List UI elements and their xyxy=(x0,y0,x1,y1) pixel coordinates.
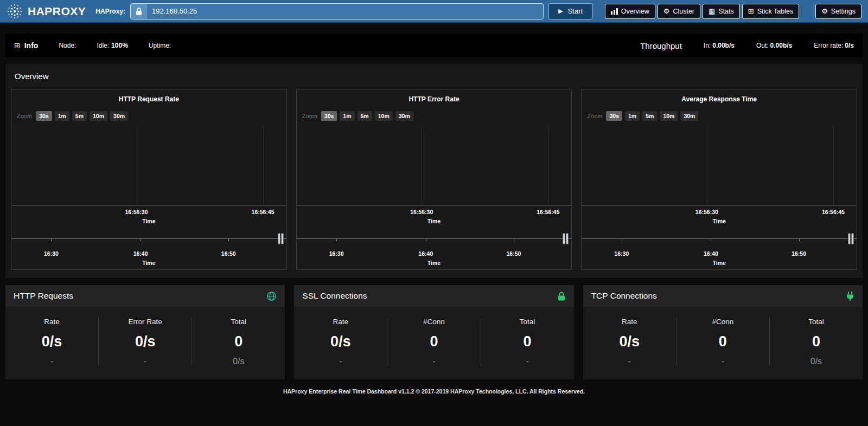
zoom-control: Zoom 30s 1m 5m 10m 30m xyxy=(302,111,572,121)
nav-overview-button[interactable]: Overview xyxy=(605,4,655,19)
zoom-1m-button[interactable]: 1m xyxy=(55,111,69,121)
card-header: TCP Connections xyxy=(583,285,863,307)
idle-label: Idle: xyxy=(97,42,109,49)
stat-value: 0 xyxy=(676,334,769,349)
out-value: 0.00b/s xyxy=(770,42,793,49)
zoom-5m-button[interactable]: 5m xyxy=(642,111,657,121)
start-button-label: Start xyxy=(568,7,583,15)
zoom-label: Zoom xyxy=(587,113,602,119)
chart-title: Average Response Time xyxy=(582,89,857,103)
chart-panel-http-error-rate: HTTP Error Rate Zoom 30s 1m 5m 10m 30m 1… xyxy=(296,89,572,270)
stat-header: Total xyxy=(192,318,285,326)
out-label: Out: xyxy=(756,42,769,49)
zoom-30m-button[interactable]: 30m xyxy=(395,111,413,121)
range-axis-ticks: 16:30 16:40 16:50 xyxy=(11,250,286,257)
throughput-group: Throughput In:0.00b/s Out:0.00b/s Error … xyxy=(640,41,854,50)
zoom-30s-button[interactable]: 30s xyxy=(606,111,622,121)
range-tick-mark xyxy=(141,238,141,241)
zoom-1m-button[interactable]: 1m xyxy=(625,111,640,121)
start-button[interactable]: ▶ Start xyxy=(548,3,593,20)
x-tick: 16:56:30 xyxy=(125,209,148,215)
zoom-30m-button[interactable]: 30m xyxy=(680,111,698,121)
stat-sub: 0/s xyxy=(192,357,285,366)
throughput-out: Out:0.00b/s xyxy=(756,42,792,49)
info-toggle[interactable]: ⊞ Info xyxy=(14,41,38,50)
gears-icon: ⚙ xyxy=(663,8,670,15)
card-body: Rate 0/s - #Conn 0 - Total 0 - xyxy=(294,307,573,379)
stat-sub: - xyxy=(481,357,574,366)
zoom-30m-button[interactable]: 30m xyxy=(110,111,128,121)
chart-title: HTTP Request Rate xyxy=(11,89,286,103)
range-tick-mark xyxy=(514,238,514,241)
stat-value: 0 xyxy=(481,334,574,349)
idle-stat: Idle:100% xyxy=(97,42,127,49)
address-input[interactable] xyxy=(147,4,543,19)
range-tick-mark xyxy=(228,238,229,241)
stat-header: Total xyxy=(481,318,574,326)
nav-stats-button[interactable]: ▦ Stats xyxy=(703,4,740,19)
nav-stats-label: Stats xyxy=(718,8,734,15)
settings-button-label: Settings xyxy=(831,8,856,15)
zoom-30s-button[interactable]: 30s xyxy=(321,111,337,121)
gridline xyxy=(707,126,707,205)
settings-button[interactable]: ⚙ Settings xyxy=(815,4,861,19)
range-selector[interactable] xyxy=(582,231,857,247)
range-track xyxy=(582,238,857,239)
gridline xyxy=(422,126,422,205)
zoom-control: Zoom 30s 1m 5m 10m 30m xyxy=(17,111,286,121)
stat-conn: #Conn 0 - xyxy=(676,318,770,366)
throughput-title: Throughput xyxy=(640,41,682,50)
in-value: 0.00b/s xyxy=(712,42,735,49)
chart-plot-area xyxy=(582,126,857,205)
nav-cluster-button[interactable]: ⚙ Cluster xyxy=(658,4,700,19)
range-selector[interactable] xyxy=(11,231,286,247)
chart-plot-area xyxy=(297,126,572,205)
nav-stick-tables-button[interactable]: ⊞ Stick Tables xyxy=(742,4,799,19)
card-tcp-connections: TCP Connections Rate 0/s - #Conn 0 - Tot… xyxy=(583,285,863,379)
zoom-10m-button[interactable]: 10m xyxy=(90,111,107,121)
range-brush-handle[interactable] xyxy=(848,233,854,244)
stat-rate: Rate 0/s - xyxy=(5,318,99,366)
zoom-1m-button[interactable]: 1m xyxy=(340,111,354,121)
table-icon: ▦ xyxy=(709,8,715,15)
section-title: Overview xyxy=(15,72,857,81)
chart-plot-area xyxy=(11,126,286,205)
range-selector[interactable] xyxy=(297,231,572,247)
lock-icon xyxy=(557,291,566,301)
stat-header: Rate xyxy=(294,318,387,326)
range-brush-handle[interactable] xyxy=(278,233,284,244)
stat-header: Error Rate xyxy=(99,318,192,326)
range-tick: 16:40 xyxy=(418,250,433,257)
stat-sub: - xyxy=(99,357,192,366)
x-axis-ticks: 16:56:30 16:56:45 xyxy=(582,209,857,216)
range-brush-handle[interactable] xyxy=(563,233,569,244)
gridline xyxy=(263,126,264,205)
info-title-label: Info xyxy=(24,41,39,50)
stat-sub: - xyxy=(676,357,769,366)
x-axis-label: Time xyxy=(582,218,857,224)
card-header: HTTP Requests xyxy=(5,285,285,307)
card-ssl-connections: SSL Connections Rate 0/s - #Conn 0 - Tot… xyxy=(294,285,573,379)
range-tick: 16:50 xyxy=(792,250,806,257)
range-track xyxy=(297,238,572,239)
error-rate: Error rate:0/s xyxy=(814,42,854,49)
range-tick-mark xyxy=(336,238,337,241)
zoom-label: Zoom xyxy=(302,113,317,119)
address-field-label: HAProxy: xyxy=(95,8,125,15)
x-axis-label: Time xyxy=(11,218,286,224)
chart-panel-average-response-time: Average Response Time Zoom 30s 1m 5m 10m… xyxy=(581,89,857,270)
zoom-5m-button[interactable]: 5m xyxy=(358,111,372,121)
stat-sub: - xyxy=(387,357,480,366)
stat-value: 0/s xyxy=(5,334,98,349)
x-tick: 16:56:45 xyxy=(822,209,845,215)
stat-total: Total 0 - xyxy=(481,318,574,366)
card-header: SSL Connections xyxy=(294,285,573,307)
haproxy-logo: HAPROXY xyxy=(7,3,86,20)
zoom-5m-button[interactable]: 5m xyxy=(72,111,87,121)
range-tick: 16:30 xyxy=(44,250,59,257)
zoom-30s-button[interactable]: 30s xyxy=(36,111,52,121)
info-bar: ⊞ Info Node: Idle:100% Uptime: Throughpu… xyxy=(5,34,863,57)
zoom-10m-button[interactable]: 10m xyxy=(660,111,678,121)
zoom-10m-button[interactable]: 10m xyxy=(375,111,393,121)
address-input-group xyxy=(130,3,544,20)
